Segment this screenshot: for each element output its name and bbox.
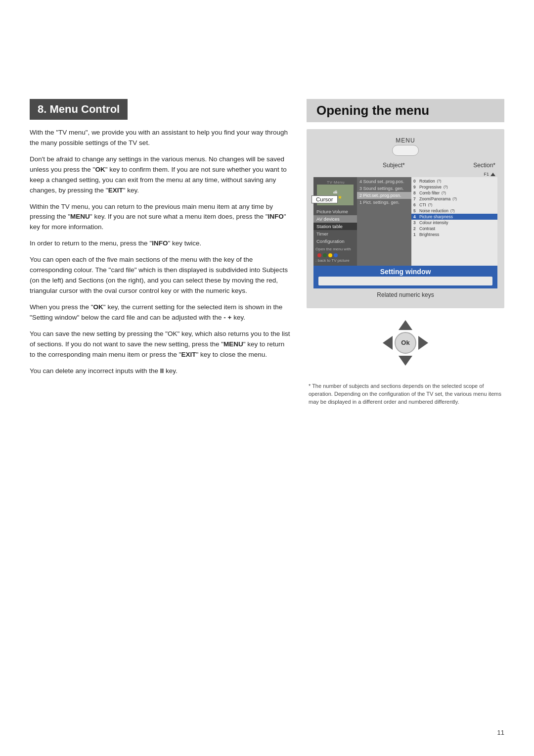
- subject-item-1[interactable]: 1 Pict. settings. gen.: [357, 199, 411, 206]
- page-number: 11: [497, 729, 504, 736]
- arrow-right-button[interactable]: [418, 336, 428, 350]
- f1-up-arrow: [490, 173, 495, 176]
- subject-label: Subject*: [383, 162, 405, 169]
- paragraph-6: When you press the "OK" key, the current…: [30, 302, 292, 323]
- yellow-dot: [328, 253, 332, 257]
- tv-menu-item-picture[interactable]: Picture·Volume: [313, 208, 357, 215]
- ok-button-area: Ok: [307, 318, 504, 368]
- setting-window: Setting window: [313, 266, 497, 288]
- content-area: 8. Menu Control With the "TV menu", we p…: [30, 99, 504, 406]
- subject-item-4[interactable]: 4 Sound set..prog.pos.: [357, 178, 411, 185]
- paragraph-1: With the "TV menu", we provide you with …: [30, 128, 292, 148]
- section-item-2[interactable]: 2 Contrast: [411, 226, 497, 232]
- right-section-title: Opening the menu: [307, 99, 504, 122]
- left-column: 8. Menu Control With the "TV menu", we p…: [30, 99, 292, 382]
- paragraph-8: You can delete any incorrect inputs with…: [30, 366, 292, 377]
- section-item-9[interactable]: 9 Progressive(?): [411, 184, 497, 190]
- section-item-6[interactable]: 6 CTI(?): [411, 202, 497, 208]
- blue-dot: [334, 253, 338, 257]
- paragraph-7: You can save the new setting by pressing…: [30, 329, 292, 360]
- subject-item-3[interactable]: 3 Sound settings. gen.: [357, 185, 411, 192]
- subjects-sections: 4 Sound set..prog.pos. 3 Sound settings.…: [357, 177, 497, 266]
- section-label: Section*: [473, 162, 495, 169]
- setting-window-title: Setting window: [318, 268, 492, 276]
- related-numeric-keys-label: Related numeric keys: [377, 291, 434, 298]
- green-dot: [323, 253, 327, 257]
- section-item-7[interactable]: 7 Zoom/Panorama(?): [411, 196, 497, 202]
- subjects-col: 4 Sound set..prog.pos. 3 Sound settings.…: [357, 177, 411, 266]
- back-tv-text: : back to TV picture: [315, 258, 355, 263]
- color-bar: [317, 253, 355, 257]
- left-section-title: 8. Menu Control: [30, 99, 128, 120]
- section-item-1[interactable]: 1 Brightness: [411, 232, 497, 237]
- sections-col: 0 Rotation(?) 9 Progressive(?) 8 Comb fi…: [411, 177, 497, 266]
- footnote: * The number of subjects and sections de…: [307, 382, 504, 406]
- menu-diagram: MENU Cursor Subject* Section* F1: [307, 129, 504, 308]
- arrow-up-button[interactable]: [399, 320, 412, 330]
- ok-button[interactable]: Ok: [395, 332, 416, 354]
- menu-label: MENU: [313, 137, 497, 144]
- tv-card: TV·Menu 🏙 ★★★ Picture·Volume AV devices …: [313, 177, 497, 266]
- related-numeric-keys-area: Related numeric keys: [313, 291, 497, 298]
- paragraph-4: In order to return to the menu, press th…: [30, 238, 292, 249]
- f1-indicator: F1: [484, 172, 489, 177]
- subject-item-2[interactable]: 2 Pict.set..prog.posn.: [357, 192, 411, 199]
- tv-menu-item-station[interactable]: Station table: [313, 223, 357, 230]
- tv-menu-open-text: Open the menu with : back to TV picture: [313, 245, 357, 264]
- menu-button[interactable]: [392, 145, 419, 156]
- paragraph-5: You can open each of the five main secti…: [30, 255, 292, 296]
- red-dot: [317, 253, 321, 257]
- section-item-4[interactable]: 4 Picture sharpness: [411, 214, 497, 220]
- tv-menu-sidebar: TV·Menu 🏙 ★★★ Picture·Volume AV devices …: [313, 177, 357, 266]
- right-column: Opening the menu MENU Cursor Subject* Se…: [307, 99, 504, 406]
- ok-cluster: Ok: [381, 318, 430, 368]
- section-item-0[interactable]: 0 Rotation(?): [411, 178, 497, 184]
- tv-menu-item-config[interactable]: Configuration: [313, 237, 357, 245]
- arrow-left-button[interactable]: [383, 336, 393, 350]
- section-item-3[interactable]: 3 Colour intensity: [411, 220, 497, 226]
- tv-menu-item-timer[interactable]: Timer: [313, 230, 357, 237]
- cursor-label: Cursor: [312, 195, 338, 203]
- tv-menu-item-av[interactable]: AV devices: [313, 215, 357, 223]
- paragraph-2: Don't be afraid to change any settings i…: [30, 154, 292, 196]
- section-item-5[interactable]: 5 Noise reduction(?): [411, 208, 497, 214]
- paragraph-3: Within the TV menu, you can return to th…: [30, 202, 292, 233]
- page: 8. Menu Control With the "TV menu", we p…: [0, 0, 534, 756]
- arrow-down-button[interactable]: [399, 356, 412, 366]
- setting-window-content: [318, 277, 492, 285]
- section-item-8[interactable]: 8 Comb filter(?): [411, 190, 497, 196]
